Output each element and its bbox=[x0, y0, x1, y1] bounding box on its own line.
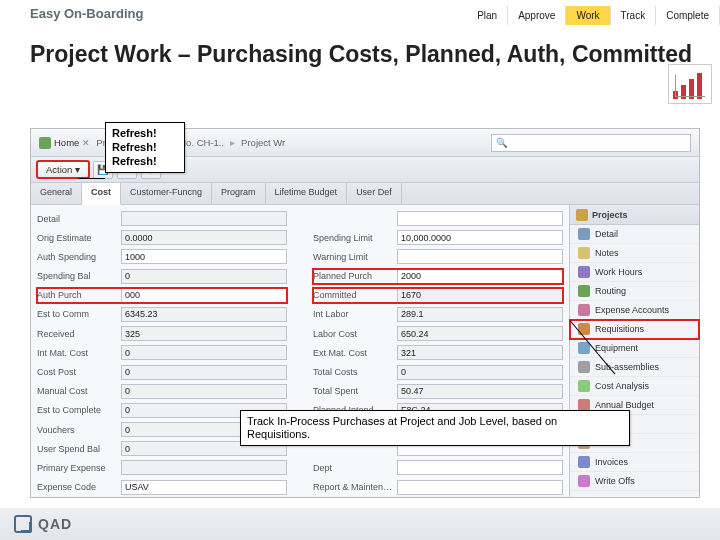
side-item-icon bbox=[578, 247, 590, 259]
tab-lifetime-budget[interactable]: Lifetime Budget bbox=[266, 183, 348, 204]
side-item-routing[interactable]: Routing bbox=[570, 282, 699, 301]
field-label: Cost Post bbox=[37, 367, 117, 377]
step-approve[interactable]: Approve bbox=[508, 6, 566, 25]
field-label: Total Spent bbox=[313, 386, 393, 396]
action-label: Action bbox=[46, 164, 72, 175]
step-complete[interactable]: Complete bbox=[656, 6, 720, 25]
field-ext-mat-cost: 321 bbox=[397, 345, 563, 360]
side-heading-label: Projects bbox=[592, 210, 628, 220]
field-label: Received bbox=[37, 329, 117, 339]
field-auth-purch[interactable]: 000 bbox=[121, 288, 287, 303]
field-auth-spending[interactable]: 1000 bbox=[121, 249, 287, 264]
tab-user-def[interactable]: User Def bbox=[347, 183, 402, 204]
field-spending-limit[interactable]: 10,000.0000 bbox=[397, 230, 563, 245]
field-cost-post: 0 bbox=[121, 365, 287, 380]
field-label: User Spend Bal bbox=[37, 444, 117, 454]
callout-refresh: Refresh!Refresh!Refresh! bbox=[105, 122, 185, 173]
field-manual-cost: 0 bbox=[121, 384, 287, 399]
side-item-label: Requisitions bbox=[595, 324, 644, 334]
field-report-maintenance[interactable] bbox=[397, 480, 563, 495]
form-area: DetailOrig Estimate0.0000Auth Spending10… bbox=[31, 205, 569, 497]
side-item-label: Invoices bbox=[595, 457, 628, 467]
side-item-label: Detail bbox=[595, 229, 618, 239]
side-panel: Projects DetailNotesWork HoursRoutingExp… bbox=[569, 205, 699, 497]
field-label: Total Costs bbox=[313, 367, 393, 377]
side-item-label: Annual Budget bbox=[595, 400, 654, 410]
side-item-notes[interactable]: Notes bbox=[570, 244, 699, 263]
field-label: Spending Limit bbox=[313, 233, 393, 243]
side-item-label: Work Hours bbox=[595, 267, 642, 277]
field-label: Vouchers bbox=[37, 425, 117, 435]
side-item-icon bbox=[578, 380, 590, 392]
tab-customer-funcng[interactable]: Customer-Funcng bbox=[121, 183, 212, 204]
side-item-invoices[interactable]: Invoices bbox=[570, 453, 699, 472]
step-work[interactable]: Work bbox=[566, 6, 610, 25]
tab-cost[interactable]: Cost bbox=[82, 183, 121, 205]
footer-bar: QAD bbox=[0, 508, 720, 540]
tab-general[interactable]: General bbox=[31, 183, 82, 204]
field-label: Int Labor bbox=[313, 309, 393, 319]
side-item-icon bbox=[578, 228, 590, 240]
side-item-label: Routing bbox=[595, 286, 626, 296]
side-item-write-offs[interactable]: Write Offs bbox=[570, 472, 699, 491]
side-item-icon bbox=[578, 456, 590, 468]
field-labor-cost: 650.24 bbox=[397, 326, 563, 341]
field-label: Warning Limit bbox=[313, 252, 393, 262]
side-item-icon bbox=[578, 304, 590, 316]
tab-program[interactable]: Program bbox=[212, 183, 266, 204]
search-icon: 🔍 bbox=[496, 137, 508, 148]
folder-icon bbox=[576, 209, 588, 221]
field-label: Auth Purch bbox=[37, 290, 117, 300]
side-item-detail[interactable]: Detail bbox=[570, 225, 699, 244]
field-spending-bal: 0 bbox=[121, 269, 287, 284]
field-total-costs: 0 bbox=[397, 365, 563, 380]
side-item-icon bbox=[578, 361, 590, 373]
field-label: Manual Cost bbox=[37, 386, 117, 396]
side-item-label: Notes bbox=[595, 248, 619, 258]
field-label: Expense Code bbox=[37, 482, 117, 492]
side-item-icon bbox=[578, 475, 590, 487]
field-warning-limit[interactable] bbox=[397, 249, 563, 264]
action-button[interactable]: Action ▾ bbox=[37, 161, 89, 178]
side-item-sub-assemblies[interactable]: Sub-assemblies bbox=[570, 358, 699, 377]
tab-strip: GeneralCostCustomer-FuncngProgramLifetim… bbox=[31, 183, 699, 205]
field-received: 325 bbox=[121, 326, 287, 341]
step-track[interactable]: Track bbox=[611, 6, 657, 25]
home-label: Home bbox=[54, 137, 79, 148]
side-item-work-hours[interactable]: Work Hours bbox=[570, 263, 699, 282]
breadcrumb-2[interactable]: Project Wr bbox=[241, 137, 285, 148]
field-label: Est to Comm bbox=[37, 309, 117, 319]
side-item-requisitions[interactable]: Requisitions bbox=[570, 320, 699, 339]
field-int-labor: 289.1 bbox=[397, 307, 563, 322]
side-item-expense-accounts[interactable]: Expense Accounts bbox=[570, 301, 699, 320]
field-label: Labor Cost bbox=[313, 329, 393, 339]
field-est-to-comm: 6345.23 bbox=[121, 307, 287, 322]
field-planned-purch[interactable]: 2000 bbox=[397, 269, 563, 284]
side-item-cost-analysis[interactable]: Cost Analysis bbox=[570, 377, 699, 396]
field-label: Est to Complete bbox=[37, 405, 117, 415]
field-label: Primary Expense bbox=[37, 463, 117, 473]
side-panel-heading[interactable]: Projects bbox=[570, 205, 699, 225]
field-label: Planned Purch bbox=[313, 271, 393, 281]
step-plan[interactable]: Plan bbox=[467, 6, 508, 25]
field-label: Detail bbox=[37, 214, 117, 224]
search-input[interactable]: 🔍 bbox=[491, 134, 691, 152]
field-label: Dept bbox=[313, 463, 393, 473]
field-committed: 1670 bbox=[397, 288, 563, 303]
field-primary-expense bbox=[121, 460, 287, 475]
side-item-icon bbox=[578, 266, 590, 278]
field-expense-code[interactable]: USAV bbox=[121, 480, 287, 495]
field-blank[interactable] bbox=[397, 211, 563, 226]
field-detail bbox=[121, 211, 287, 226]
field-label: Orig Estimate bbox=[37, 233, 117, 243]
field-dept[interactable] bbox=[397, 460, 563, 475]
field-label: Auth Spending bbox=[37, 252, 117, 262]
callout-track: Track In-Process Purchases at Project an… bbox=[240, 410, 630, 446]
close-icon[interactable]: ✕ bbox=[82, 138, 90, 148]
field-total-spent: 50.47 bbox=[397, 384, 563, 399]
field-label: Report & Maintenance bbox=[313, 482, 393, 492]
qad-brand: QAD bbox=[38, 516, 72, 532]
home-tab[interactable]: Home ✕ bbox=[39, 137, 90, 149]
field-label: Spending Bal bbox=[37, 271, 117, 281]
field-orig-estimate: 0.0000 bbox=[121, 230, 287, 245]
